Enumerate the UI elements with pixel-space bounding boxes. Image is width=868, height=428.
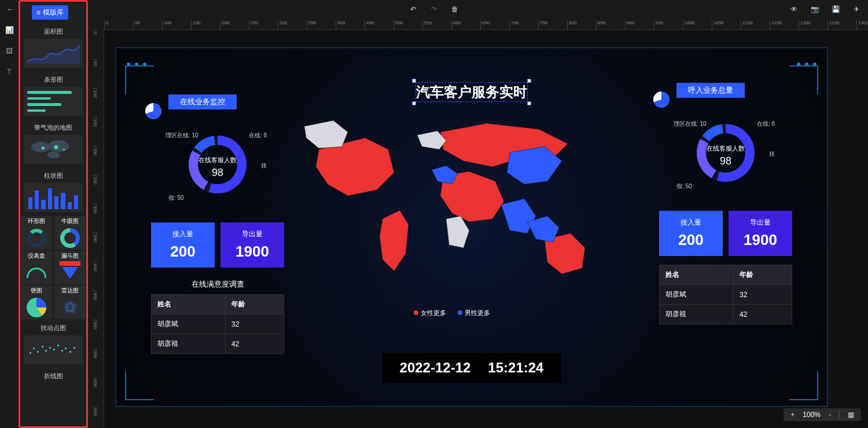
preview-button[interactable]: 👁	[788, 3, 800, 15]
chart-type-bubble-map[interactable]: 带气泡的地图	[20, 119, 86, 167]
tool-rail: 📊 🖼 T	[0, 19, 19, 428]
world-map: 女性更多 男性更多	[296, 100, 608, 303]
rail-chart-button[interactable]: 📊	[2, 23, 16, 37]
chart-type-ring[interactable]: 环形图	[21, 216, 52, 250]
survey-title: 在线满意度调查	[151, 279, 284, 290]
chart-type-line[interactable]: 折线图	[20, 368, 86, 385]
undo-button[interactable]: ↶	[407, 3, 419, 15]
zoom-value: 100%	[803, 411, 821, 419]
chart-type-bar-v[interactable]: 柱状图	[20, 167, 86, 215]
svg-marker-6	[64, 300, 76, 313]
publish-button[interactable]: ✈	[851, 3, 862, 15]
svg-point-3	[41, 147, 44, 149]
delete-button[interactable]: 🗑	[449, 3, 461, 15]
template-panel-title: ≡模版库	[32, 5, 68, 20]
svg-point-4	[54, 145, 58, 149]
back-button[interactable]: ←	[5, 3, 16, 15]
left-panel: 在线业务监控 在线客服人数 98 理区在线: 10 在线: 8 挂 假: 50 …	[151, 94, 284, 354]
mini-pie-icon	[145, 103, 161, 119]
canvas[interactable]: 汽车客户服务实时 在线业务监控 在线客服人数 98 理区在线: 10 在线: 8…	[104, 30, 868, 428]
ruler-horizontal: 0501001502002503003504004505005506006507…	[104, 19, 868, 30]
datetime-display: 2022-12-12 15:21:24	[382, 353, 561, 383]
svg-point-1	[48, 140, 69, 152]
zoom-control: + 100% - ▦	[784, 408, 861, 421]
right-panel: 呼入业务总量 在线客服人数 98 理区在线: 10 在线: 8 挂 假: 50 …	[659, 83, 792, 324]
dashboard-widget[interactable]: 汽车客户服务实时 在线业务监控 在线客服人数 98 理区在线: 10 在线: 8…	[116, 47, 827, 407]
chart-type-radar[interactable]: 雷达图	[54, 286, 86, 319]
right-panel-title: 呼入业务总量	[676, 83, 745, 98]
right-table: 姓名年龄 胡彦斌32 胡彦祖42	[659, 265, 792, 324]
dashboard-title[interactable]: 汽车客户服务实时	[416, 83, 527, 101]
metric-box-in: 接入量 200	[659, 211, 723, 256]
metric-box-out: 导出量 1900	[729, 211, 792, 256]
ruler-vertical: 0501001502002503003504004505005506006507…	[93, 30, 104, 428]
rail-text-button[interactable]: T	[2, 65, 16, 79]
save-button[interactable]: 💾	[830, 3, 841, 15]
chart-type-area[interactable]: 面积图	[20, 23, 86, 71]
snapshot-button[interactable]: 📷	[809, 3, 821, 15]
chart-type-bar-h[interactable]: 条形图	[20, 71, 86, 119]
svg-point-5	[62, 148, 65, 151]
svg-point-2	[47, 151, 60, 159]
svg-point-0	[31, 142, 49, 152]
chart-type-funnel[interactable]: 漏斗图	[54, 251, 86, 284]
right-donut-chart: 在线客服人数 98 理区在线: 10 在线: 8 挂 假: 50	[679, 109, 772, 202]
metric-box-in: 接入量 200	[151, 222, 215, 268]
chart-type-bullseye[interactable]: 牛眼图	[54, 216, 86, 250]
map-legend: 女性更多 男性更多	[414, 309, 490, 317]
rail-image-button[interactable]: 🖼	[2, 44, 16, 58]
ruler-toggle-button[interactable]: ▦	[845, 411, 856, 419]
left-panel-title: 在线业务监控	[168, 94, 237, 109]
template-panel: ≡模版库 面积图 条形图 带气泡的地图 柱状图	[19, 0, 88, 428]
chart-type-pie[interactable]: 饼图	[21, 286, 52, 319]
chart-type-gauge[interactable]: 仪表盘	[21, 251, 52, 284]
mini-pie-icon	[653, 92, 670, 108]
zoom-in-button[interactable]: +	[788, 411, 797, 419]
left-donut-chart: 在线客服人数 98 理区在线: 10 在线: 8 挂 假: 50	[171, 121, 264, 214]
redo-button[interactable]: ↷	[428, 3, 440, 15]
metric-box-out: 导出量 1900	[220, 222, 284, 268]
left-table: 姓名年龄 胡彦斌32 胡彦祖42	[151, 294, 284, 354]
zoom-out-button[interactable]: -	[826, 411, 833, 419]
chart-type-scatter[interactable]: 扰动点图	[20, 320, 86, 368]
